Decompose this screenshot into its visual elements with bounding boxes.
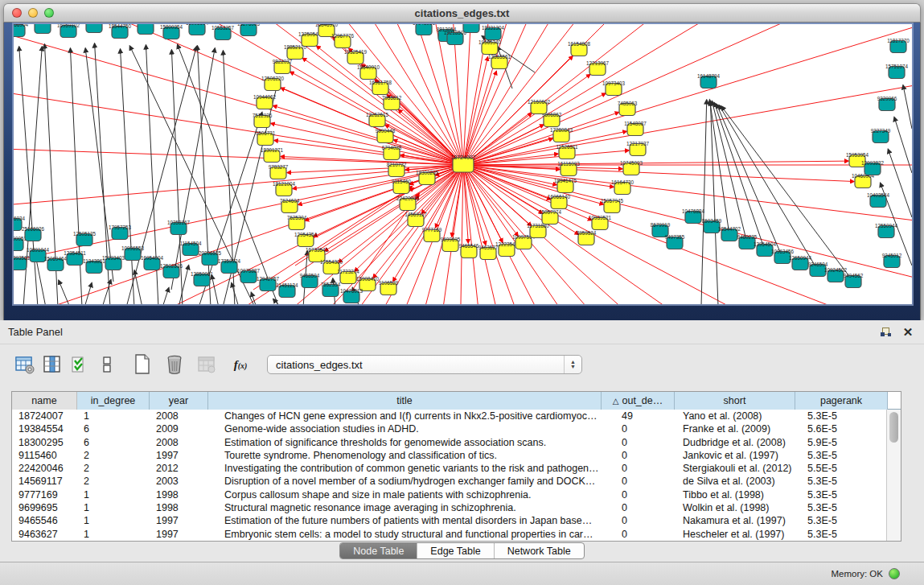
import-table-button[interactable]: [195, 352, 219, 377]
table-selector-dropdown[interactable]: citations_edges.txt ▲▼: [267, 355, 582, 374]
network-node-selected[interactable]: 18301271: [261, 147, 284, 163]
network-node[interactable]: 19218506: [444, 30, 467, 45]
network-node-selected[interactable]: 15057974: [539, 209, 562, 225]
table-row[interactable]: 1830029562008Estimation of significance …: [12, 436, 886, 449]
network-node[interactable]: 25166026: [22, 226, 45, 241]
network-node[interactable]: 9497355: [665, 234, 685, 249]
network-node-selected[interactable]: 14569117: [405, 212, 427, 227]
network-node-selected[interactable]: 7485063: [618, 101, 638, 116]
network-node-selected[interactable]: 16154808: [568, 41, 591, 56]
network-node[interactable]: 16148794: [697, 73, 721, 89]
network-node-selected[interactable]: 8210722: [387, 162, 407, 177]
close-panel-button[interactable]: ✕: [900, 324, 916, 340]
network-node[interactable]: 18331304: [482, 25, 505, 40]
network-node-selected[interactable]: 18640910: [357, 64, 380, 80]
network-node-selected[interactable]: 7512926: [253, 113, 273, 128]
network-node-selected[interactable]: 18941475: [554, 178, 577, 193]
network-node[interactable]: 7652354: [321, 282, 341, 297]
network-node-selected[interactable]: 9699695: [441, 237, 461, 252]
network-node[interactable]: 15069464: [44, 256, 68, 271]
network-node-selected[interactable]: 7955812: [382, 95, 402, 110]
table-row[interactable]: 1456911722003Disruption of a novel membe…: [12, 475, 886, 488]
network-node-selected[interactable]: 9777169: [422, 227, 442, 242]
network-node-selected[interactable]: 9822037: [273, 59, 293, 74]
network-node-selected[interactable]: 12506220: [261, 76, 285, 91]
network-node-selected[interactable]: 16116093: [557, 161, 580, 176]
network-node-selected[interactable]: 9106529: [379, 280, 399, 295]
window-titlebar[interactable]: citations_edges.txt: [3, 3, 921, 23]
column-header-in_degree[interactable]: in_degree: [77, 392, 150, 410]
network-node-selected[interactable]: 18724007: [450, 154, 475, 172]
network-node-selected[interactable]: 12213967: [586, 60, 610, 76]
network-node[interactable]: 10553257: [211, 25, 235, 40]
network-node[interactable]: 15276005: [237, 24, 261, 36]
network-node-selected[interactable]: 9506731: [256, 130, 276, 146]
network-node[interactable]: 17957253: [109, 225, 132, 240]
network-node[interactable]: 11745103: [83, 24, 105, 33]
network-node[interactable]: 16906104: [186, 24, 209, 35]
network-node-selected[interactable]: 22420046: [396, 196, 420, 211]
network-canvas[interactable]: 1250622010944062751292695067311830127197…: [14, 24, 912, 304]
tab-node-table[interactable]: Node Table: [340, 543, 417, 558]
tab-network-table[interactable]: Network Table: [495, 543, 584, 558]
network-node-selected[interactable]: 16164730: [611, 179, 634, 195]
network-node-selected[interactable]: 10745093: [620, 160, 643, 175]
table-row[interactable]: 977716911998Corpus callosum shape and si…: [12, 488, 886, 501]
network-node[interactable]: 10358167: [167, 220, 191, 235]
tab-edge-table[interactable]: Edge Table: [417, 543, 494, 558]
network-node[interactable]: 12550944: [875, 223, 898, 238]
network-node-selected[interactable]: 11548087: [624, 121, 647, 136]
network-node[interactable]: 10403544: [867, 192, 890, 208]
network-node-selected[interactable]: 10944062: [253, 94, 277, 109]
scrollbar-thumb[interactable]: [889, 412, 898, 443]
network-node[interactable]: 12610651: [134, 24, 158, 35]
network-node-selected[interactable]: 6794028: [382, 145, 402, 160]
network-node[interactable]: 20643754: [31, 24, 55, 34]
network-node[interactable]: 9227349: [871, 128, 891, 143]
network-node[interactable]: 13850061: [191, 271, 214, 286]
show-column-button[interactable]: [40, 352, 64, 377]
network-node-selected[interactable]: 12160602: [528, 99, 551, 114]
network-node-selected[interactable]: 12223546: [495, 241, 519, 257]
table-settings-button[interactable]: [13, 352, 37, 377]
network-node[interactable]: 15193403: [102, 255, 125, 270]
network-node-selected[interactable]: 17280843: [550, 127, 573, 142]
network-node-selected[interactable]: 13250544: [298, 31, 322, 47]
network-node[interactable]: 9468504: [300, 273, 320, 288]
network-node[interactable]: 11817270: [887, 38, 910, 53]
row-height-button[interactable]: [95, 352, 119, 377]
network-node-selected[interactable]: 15057945: [601, 198, 624, 213]
network-node-selected[interactable]: 18121004: [273, 181, 296, 196]
network-node[interactable]: 9329966: [877, 96, 897, 111]
network-node-selected[interactable]: 7625304: [287, 215, 307, 230]
network-node-selected[interactable]: 19565340: [478, 39, 502, 55]
network-node-selected[interactable]: 11731880: [527, 223, 549, 238]
network-node-selected[interactable]: 13863561: [488, 54, 511, 69]
table-row[interactable]: 946362711997Embryonic stem cells: a mode…: [12, 528, 886, 541]
network-node[interactable]: 18393561: [14, 255, 30, 270]
network-node-selected[interactable]: 7624604: [280, 198, 300, 213]
network-node-selected[interactable]: 12967776: [331, 33, 355, 48]
network-node-selected[interactable]: 16066140: [548, 194, 571, 209]
memory-status-indicator[interactable]: [889, 568, 900, 579]
network-node-selected[interactable]: 12217937: [626, 141, 650, 156]
column-header-pagerank[interactable]: pagerank: [795, 392, 888, 410]
network-node[interactable]: 15456904: [14, 24, 28, 37]
network-node[interactable]: 9245012: [882, 253, 902, 268]
table-row[interactable]: 2242004622012Investigating the contribut…: [12, 462, 886, 475]
table-row[interactable]: 1938455462009Genome-wide association stu…: [12, 422, 886, 435]
network-node-selected[interactable]: 19325419: [344, 49, 368, 64]
network-node-selected[interactable]: 9990448: [376, 128, 396, 143]
network-node[interactable]: 18544750: [109, 24, 132, 39]
delete-table-button[interactable]: [162, 352, 187, 377]
network-node-selected[interactable]: 9115460: [392, 179, 412, 194]
network-node[interactable]: 15751074: [885, 64, 909, 79]
network-node-selected[interactable]: 11526311: [556, 144, 578, 159]
network-node-selected[interactable]: 9465546: [459, 243, 479, 258]
network-node[interactable]: 11451134: [276, 282, 298, 298]
network-node[interactable]: 9494562: [844, 273, 864, 288]
column-header-title[interactable]: title: [208, 392, 602, 410]
network-node-selected[interactable]: 8959524: [577, 230, 597, 245]
table-vertical-scrollbar[interactable]: [886, 410, 901, 541]
network-node[interactable]: 12505135: [73, 231, 97, 246]
